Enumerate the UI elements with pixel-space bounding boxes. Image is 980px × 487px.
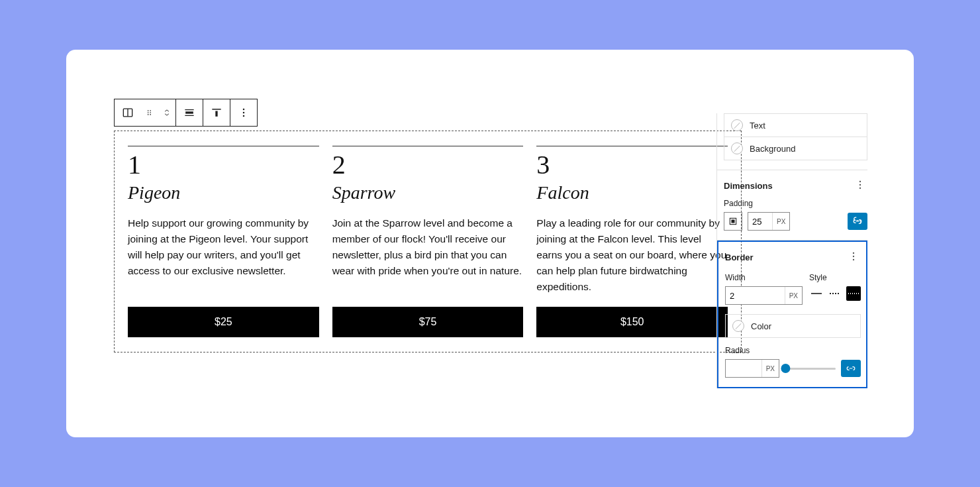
divider xyxy=(332,146,524,146)
card-number: 3 xyxy=(536,150,728,180)
pricing-card[interactable]: 1 Pigeon Help support our growing commun… xyxy=(128,146,319,337)
move-arrows-icon[interactable] xyxy=(158,99,175,126)
card-title: Sparrow xyxy=(332,182,524,203)
toolbar-group-block xyxy=(115,99,176,126)
svg-point-13 xyxy=(243,109,245,111)
svg-point-16 xyxy=(859,181,861,182)
toolbar-group-align xyxy=(176,99,203,126)
svg-point-5 xyxy=(150,110,151,111)
svg-point-7 xyxy=(150,114,151,115)
pricing-card[interactable]: 2 Sparrow Join at the Sparrow level and … xyxy=(332,146,524,337)
dimensions-heading: Dimensions xyxy=(724,181,773,191)
border-heading: Border xyxy=(725,252,754,262)
editor-window: 1 Pigeon Help support our growing commun… xyxy=(66,50,914,437)
block-toolbar xyxy=(114,99,258,127)
panel-more-icon[interactable] xyxy=(846,250,861,265)
color-swatch-icon xyxy=(731,119,743,131)
divider xyxy=(128,146,319,146)
divider xyxy=(536,146,728,146)
style-label: Style xyxy=(809,273,861,282)
toolbar-group-valign xyxy=(203,99,230,126)
link-radius-button[interactable] xyxy=(841,360,861,377)
svg-rect-12 xyxy=(215,111,217,117)
background-color-label: Background xyxy=(750,144,795,154)
panel-more-icon[interactable] xyxy=(853,178,867,193)
width-label: Width xyxy=(725,273,803,282)
padding-input[interactable]: PX xyxy=(748,212,790,231)
radius-label: Radius xyxy=(725,346,861,355)
columns-icon[interactable] xyxy=(115,99,141,126)
radius-unit[interactable]: PX xyxy=(761,360,779,377)
columns-block[interactable]: 1 Pigeon Help support our growing commun… xyxy=(114,131,742,352)
svg-point-17 xyxy=(859,184,861,186)
align-top-icon[interactable] xyxy=(203,99,230,126)
color-swatch-icon xyxy=(732,320,744,332)
svg-rect-20 xyxy=(732,220,734,223)
pricing-card[interactable]: 3 Falcon Play a leading role for our com… xyxy=(536,146,728,337)
toolbar-group-more xyxy=(230,99,257,126)
dimensions-panel: Dimensions Padding PX xyxy=(717,170,867,241)
border-width-unit[interactable]: PX xyxy=(785,287,802,304)
card-number: 1 xyxy=(128,150,319,180)
radius-slider[interactable] xyxy=(785,363,836,374)
slider-track xyxy=(785,368,836,370)
svg-point-15 xyxy=(243,115,245,117)
svg-point-22 xyxy=(853,256,854,257)
slider-thumb[interactable] xyxy=(781,364,790,373)
card-body: Help support our growing community by jo… xyxy=(128,215,319,295)
padding-sides-icon[interactable] xyxy=(724,212,742,231)
border-panel: Border Width PX Style xyxy=(717,241,867,388)
svg-rect-11 xyxy=(212,109,220,110)
svg-point-23 xyxy=(853,259,854,260)
text-color-label: Text xyxy=(750,121,765,131)
card-body: Join at the Sparrow level and become a m… xyxy=(332,215,524,295)
card-title: Pigeon xyxy=(128,182,319,203)
price-button[interactable]: $150 xyxy=(536,307,728,337)
radius-value[interactable] xyxy=(726,360,761,377)
svg-rect-10 xyxy=(185,115,193,116)
border-style-none-icon[interactable] xyxy=(809,286,824,301)
card-title: Falcon xyxy=(536,182,728,203)
border-width-input[interactable]: PX xyxy=(725,286,803,305)
svg-point-4 xyxy=(148,114,149,115)
svg-point-14 xyxy=(243,112,245,114)
block-styles-sidebar: Text Background Dimensions Padding xyxy=(716,113,867,388)
border-color-row[interactable]: Color xyxy=(725,314,861,338)
link-sides-button[interactable] xyxy=(848,213,867,230)
svg-point-21 xyxy=(853,252,854,254)
svg-point-6 xyxy=(150,112,151,113)
more-options-icon[interactable] xyxy=(230,99,257,126)
card-number: 2 xyxy=(332,150,524,180)
border-style-solid-icon[interactable] xyxy=(846,286,861,301)
price-button[interactable]: $25 xyxy=(128,307,319,337)
color-panel: Text Background xyxy=(717,113,867,170)
border-width-value[interactable] xyxy=(726,287,785,304)
border-style-dashed-icon[interactable] xyxy=(828,286,842,301)
align-width-icon[interactable] xyxy=(176,99,203,126)
svg-point-2 xyxy=(148,110,149,111)
svg-point-3 xyxy=(148,112,149,113)
drag-handle-icon[interactable] xyxy=(141,99,158,126)
border-color-label: Color xyxy=(751,321,771,331)
color-swatch-icon xyxy=(731,142,743,154)
svg-rect-9 xyxy=(185,109,193,110)
price-button[interactable]: $75 xyxy=(332,307,524,337)
text-color-row[interactable]: Text xyxy=(724,113,867,136)
background-color-row[interactable]: Background xyxy=(724,136,867,160)
svg-point-18 xyxy=(859,188,861,189)
radius-input[interactable]: PX xyxy=(725,359,779,378)
padding-unit[interactable]: PX xyxy=(772,213,789,230)
card-body: Play a leading role for our community by… xyxy=(536,215,728,295)
padding-label: Padding xyxy=(724,199,867,208)
padding-value[interactable] xyxy=(748,213,772,230)
svg-rect-8 xyxy=(185,111,193,113)
